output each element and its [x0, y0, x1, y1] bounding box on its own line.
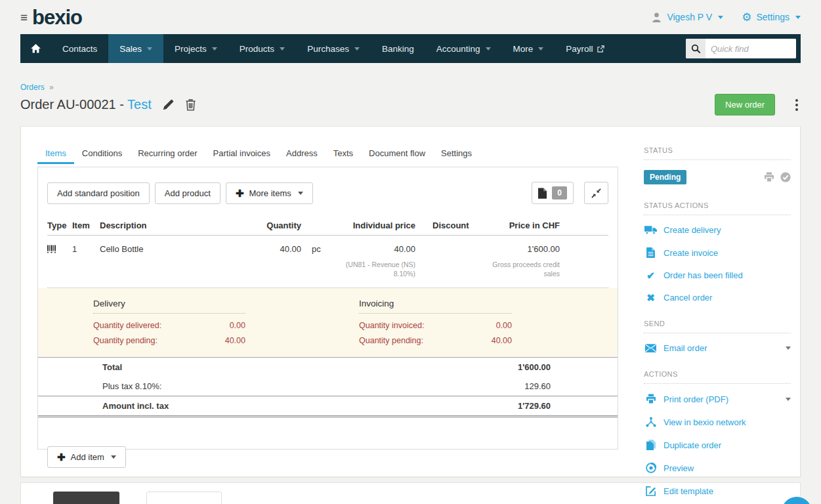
printed-status-icon: [764, 172, 774, 182]
nav-home[interactable]: [20, 34, 51, 63]
chevron-down-icon: [538, 47, 543, 51]
search-input[interactable]: [705, 39, 796, 58]
delivery-title: Delivery: [93, 299, 245, 314]
attachments-button[interactable]: 0: [532, 182, 574, 204]
add-standard-position-button[interactable]: Add standard position: [47, 182, 150, 204]
breadcrumb-orders-link[interactable]: Orders: [20, 83, 45, 92]
more-items-button[interactable]: ✚ More items: [226, 182, 313, 204]
table-header-row: Type Item Description Quantity Individua…: [47, 216, 608, 236]
tab-settings[interactable]: Settings: [433, 144, 480, 164]
preview-dark-tab[interactable]: [53, 492, 119, 504]
item-unit: pc: [301, 244, 335, 254]
delivery-summary: Delivery Quantity delivered:0.00 Quantit…: [93, 299, 245, 348]
chevron-down-icon[interactable]: [786, 346, 791, 350]
nav-banking[interactable]: Banking: [371, 34, 425, 63]
edit-template-link[interactable]: Edit template: [644, 486, 791, 496]
order-contact-link[interactable]: Test: [127, 97, 152, 112]
hamburger-menu-icon[interactable]: ≡: [20, 11, 28, 24]
truck-icon: [644, 225, 658, 235]
user-avatar-icon: [651, 12, 662, 23]
chevron-down-icon: [486, 47, 491, 51]
view-network-link[interactable]: View in bexio network: [644, 417, 791, 427]
x-icon: ✖: [644, 293, 658, 303]
nav-payroll[interactable]: Payroll: [555, 34, 615, 63]
chevron-down-icon: [718, 16, 723, 19]
tab-items[interactable]: Items: [37, 144, 74, 164]
top-bar: ≡ bexio Vigesh P V ⚙ Settings: [0, 0, 821, 34]
create-invoice-link[interactable]: Create invoice: [644, 247, 791, 258]
printer-icon: [644, 394, 658, 404]
item-tax-note: (UN81 - Revenue (NS) 8.10%): [335, 260, 415, 278]
tab-partial-invoices[interactable]: Partial invoices: [205, 144, 278, 164]
order-detail-card: Items Conditions Recurring order Partial…: [20, 126, 801, 477]
chevron-down-icon: [354, 47, 360, 51]
file-icon: [538, 188, 547, 199]
totals-end-divider: [38, 415, 618, 417]
new-order-button[interactable]: New order: [715, 94, 775, 116]
item-description: Cello Bottle: [100, 244, 249, 254]
tab-conditions[interactable]: Conditions: [74, 144, 130, 164]
external-link-icon: [597, 45, 604, 52]
nav-products[interactable]: Products: [228, 34, 296, 63]
chevron-down-icon[interactable]: [786, 398, 791, 401]
user-menu[interactable]: Vigesh P V: [651, 12, 723, 23]
preview-eye-icon: [644, 463, 658, 473]
tab-address[interactable]: Address: [278, 144, 326, 164]
accepted-status-icon: [780, 172, 791, 182]
preview-light-tab[interactable]: [146, 492, 222, 504]
settings-label: Settings: [756, 12, 789, 22]
cancel-order-link[interactable]: ✖ Cancel order: [644, 293, 791, 303]
main-navbar: Contacts Sales Projects Products Purchas…: [20, 34, 801, 63]
chevron-down-icon: [147, 47, 152, 51]
bexio-logo[interactable]: bexio: [32, 7, 82, 28]
status-actions-header: STATUS ACTIONS: [644, 201, 791, 215]
edit-template-icon: [644, 486, 658, 496]
invoice-file-icon: [644, 247, 658, 258]
duplicate-order-link[interactable]: Duplicate order: [644, 440, 791, 450]
check-icon: ✔: [644, 270, 658, 280]
preview-link[interactable]: Preview: [644, 463, 791, 473]
quick-find-search: [686, 39, 796, 58]
collapse-positions-button[interactable]: [584, 182, 608, 204]
nav-sales[interactable]: Sales: [108, 34, 163, 63]
invoicing-summary: Invoicing Quantity invoiced:0.00 Quantit…: [359, 299, 512, 348]
compress-icon: [591, 188, 601, 198]
edit-title-button[interactable]: [162, 98, 175, 111]
tab-document-flow[interactable]: Document flow: [361, 144, 433, 164]
totals-section: Total1'600.00 Plus tax 8.10%:129.60 Amou…: [47, 358, 608, 417]
delete-order-button[interactable]: [185, 98, 196, 111]
nav-accounting[interactable]: Accounting: [425, 34, 502, 63]
search-icon[interactable]: [686, 39, 705, 58]
email-order-link[interactable]: Email order: [644, 343, 791, 353]
network-nodes-icon: [644, 417, 658, 427]
breadcrumb: Orders »: [20, 83, 801, 92]
order-filled-link[interactable]: ✔ Order has been filled: [644, 270, 791, 280]
tax-row: Plus tax 8.10%:129.60: [47, 377, 608, 396]
plus-icon: ✚: [57, 452, 66, 462]
item-number: 1: [72, 244, 100, 254]
page-title: Order AU-00021 - Test: [20, 97, 152, 112]
more-options-kebab-icon[interactable]: [793, 96, 801, 114]
nav-contacts[interactable]: Contacts: [51, 34, 108, 63]
tab-recurring-order[interactable]: Recurring order: [130, 144, 205, 164]
add-item-button[interactable]: ✚ Add item: [47, 446, 126, 468]
table-row[interactable]: 1 Cello Bottle 40.00 pc 40.00 (UN81 - Re…: [47, 236, 608, 281]
add-product-button[interactable]: Add product: [155, 182, 221, 204]
settings-menu[interactable]: ⚙ Settings: [742, 12, 801, 23]
nav-projects[interactable]: Projects: [163, 34, 228, 63]
item-individual-price: 40.00: [335, 244, 415, 254]
breadcrumb-separator: »: [49, 83, 54, 92]
item-price-note: Gross proceeds credit sales: [476, 260, 560, 278]
create-delivery-link[interactable]: Create delivery: [644, 225, 791, 235]
print-order-link[interactable]: Print order (PDF): [644, 394, 791, 404]
chevron-down-icon: [111, 455, 116, 459]
send-header: SEND: [644, 320, 791, 333]
chevron-down-icon: [298, 192, 303, 195]
nav-purchases[interactable]: Purchases: [296, 34, 371, 63]
page-header: Orders » Order AU-00021 - Test New order: [20, 83, 801, 116]
attachments-count-badge: 0: [552, 186, 567, 200]
nav-more[interactable]: More: [502, 34, 555, 63]
tab-texts[interactable]: Texts: [326, 144, 361, 164]
pencil-icon: [162, 98, 175, 111]
invoicing-title: Invoicing: [359, 299, 512, 314]
